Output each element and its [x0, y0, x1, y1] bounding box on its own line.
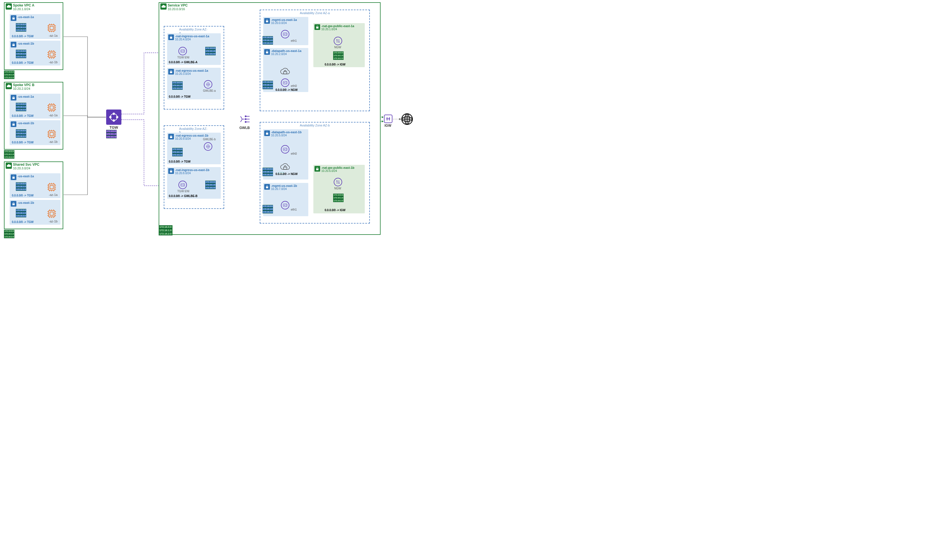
route-table: 172.16.0.0172.16.1.0172.16.2.0 [16, 129, 26, 138]
cloud-icon [6, 3, 12, 9]
default-route: 0.0.0.0/0 -> TGW [169, 160, 191, 163]
route-table: 172.16.0.0172.16.1.0172.16.2.0 [16, 23, 26, 32]
subnet-name: -us-east-1a [17, 15, 34, 18]
route-table: 172.16.0.0172.16.1.0172.16.2.0 [172, 148, 183, 156]
svg-rect-9 [50, 185, 53, 189]
subnet-a2: -us-east-1b 172.16.0.0172.16.1.0172.16.2… [9, 41, 60, 66]
lock-icon [264, 18, 270, 24]
subnet-name: -nat-ingress-us-east-1b [175, 168, 209, 172]
svg-point-22 [182, 185, 182, 185]
gwlbe-icon [204, 80, 212, 89]
lock-icon [314, 24, 320, 30]
svc-rt: 172.16.0.0172.16.1.0172.16.2.0 [159, 225, 172, 235]
vpc-cidr: 10.20.0.0/16 [168, 7, 188, 11]
eth-label: eth1 [291, 39, 297, 42]
subnet-a1: -us-east-1a 172.16.0.0172.16.1.0172.16.2… [9, 14, 60, 39]
az-label: Availability Zone AZ-a [300, 11, 330, 15]
subnet-cidr: 10.20.2.0/24 [271, 52, 287, 55]
vpc-rt-s: 172.16.0.0172.16.1.0172.16.2.0 [4, 230, 14, 238]
svg-point-35 [284, 205, 285, 206]
eth-label: eth1 [291, 208, 297, 211]
svg-rect-3 [50, 53, 53, 56]
chip-label: -az-1b [49, 140, 58, 143]
lock-icon [11, 174, 16, 180]
tgw-rt: 172.16.0.0172.16.1.0172.16.2.0 [106, 130, 117, 138]
lock-icon [168, 134, 174, 140]
subnet-name: -nat-gw-public-east-1a [321, 24, 354, 28]
svg-point-13 [113, 113, 115, 115]
subnet-name: -us-east-1b [17, 42, 34, 45]
svg-rect-4 [49, 105, 55, 111]
tgw-icon [106, 109, 122, 125]
route-table: 172.16.0.0172.16.1.0172.16.2.0 [263, 36, 273, 45]
vpc-title: Shared Svc VPC [13, 163, 39, 166]
eni-label: TGW ENI [177, 190, 189, 193]
ngw-icon [334, 37, 342, 45]
lock-icon [264, 131, 270, 136]
route-table: 172.16.0.0172.16.1.0172.16.2.0 [16, 182, 26, 191]
svg-point-32 [284, 149, 285, 150]
svg-point-25 [245, 122, 246, 123]
compute-icon [46, 208, 57, 219]
default-route: 0.0.0.0/0 -> GWLBE-B [169, 194, 197, 198]
nat-egress-a: -nat-egress-us-east-1a 10.20.3.0/24 172.… [167, 68, 221, 99]
default-route: 0.0.0.0/0 -> IGW [325, 63, 346, 66]
internet-icon [401, 113, 413, 125]
lock-icon [11, 95, 16, 100]
default-route: 0.0.0.0/0 -> TGW [12, 194, 34, 197]
svg-rect-7 [50, 132, 53, 136]
subnet-b1: -us-east-1a 172.16.0.0172.16.1.0172.16.2… [9, 94, 60, 118]
subnet-name: -us-east-1b [17, 201, 34, 205]
svg-point-30 [284, 82, 285, 83]
svg-point-23 [245, 116, 246, 117]
subnet-cidr: 10.20.0.0/24 [271, 22, 287, 25]
default-route: 0.0.0.0/0 -> GWLBE-A [169, 61, 197, 64]
vpc-cidr: 10.20.3.0/24 [13, 166, 39, 170]
default-route: 0.0.0.0/0 -> IGW [325, 209, 346, 212]
subnet-cidr: 10.20.5.0/24 [271, 134, 287, 137]
cloud-icon [6, 83, 12, 89]
svg-point-15 [113, 120, 115, 122]
vpc-rt-a: 172.16.0.0172.16.1.0172.16.2.0 [4, 71, 14, 79]
az-label: Availability Zone AZ-b [300, 124, 330, 127]
subnet-cidr: 10.20.9.0/24 [175, 137, 191, 140]
shared-svc-vpc: Shared Svc VPC10.20.3.0/24 -us-east-1a 1… [4, 162, 63, 229]
nat-ingress-b: -nat-ingress-us-east-1b 10.20.8.0/24 TGW… [167, 167, 221, 199]
lock-icon [11, 122, 16, 127]
nat-egress-b: -nat-egress-us-east-1b 10.20.9.0/24 GWLB… [167, 133, 221, 164]
gwlbe-label: GWLBE-a [203, 89, 216, 92]
route-table: 172.16.0.0172.16.1.0172.16.2.0 [16, 103, 26, 111]
eni-icon [281, 30, 289, 38]
compute-icon [46, 49, 57, 60]
lock-icon [11, 15, 16, 21]
compute-icon [46, 182, 57, 192]
default-route: 0.0.0.0/0 -> TGW [12, 61, 34, 65]
vpc-title: Spoke VPC B [13, 83, 34, 87]
svg-rect-11 [50, 212, 53, 215]
eni-icon [281, 78, 289, 87]
subnet-name: -us-east-1b [17, 122, 34, 125]
svg-rect-0 [49, 25, 55, 31]
subnet-name: -us-east-1a [17, 95, 34, 98]
cloud-icon [6, 163, 12, 169]
chip-label: -az-1a [49, 34, 58, 37]
route-table: 172.16.0.0172.16.1.0172.16.2.0 [263, 81, 273, 89]
subnet-name: -nat-ingress-us-east-1a [175, 34, 209, 38]
compute-icon [46, 129, 57, 140]
ngw-label: NGW [334, 187, 341, 190]
svg-point-16 [109, 116, 111, 118]
cloud-icon [160, 3, 166, 9]
lock-icon [314, 166, 320, 172]
subnet-cidr: 10.20.7.0/24 [271, 188, 287, 191]
tgw-label: TGW [109, 125, 118, 129]
subnet-name: -nat-gw-public-east-1b [321, 166, 354, 169]
igw-icon [384, 115, 393, 123]
lock-icon [264, 184, 270, 190]
route-table: 172.16.0.0172.16.1.0172.16.2.0 [205, 181, 216, 189]
chip-label: -az-1b [49, 220, 58, 223]
eni-label: TGW ENI [177, 56, 189, 59]
svg-point-27 [284, 34, 285, 35]
svg-rect-1 [50, 26, 53, 30]
subnet-s2: -us-east-1b 172.16.0.0172.16.1.0172.16.2… [9, 200, 60, 225]
svg-rect-2 [49, 51, 55, 58]
